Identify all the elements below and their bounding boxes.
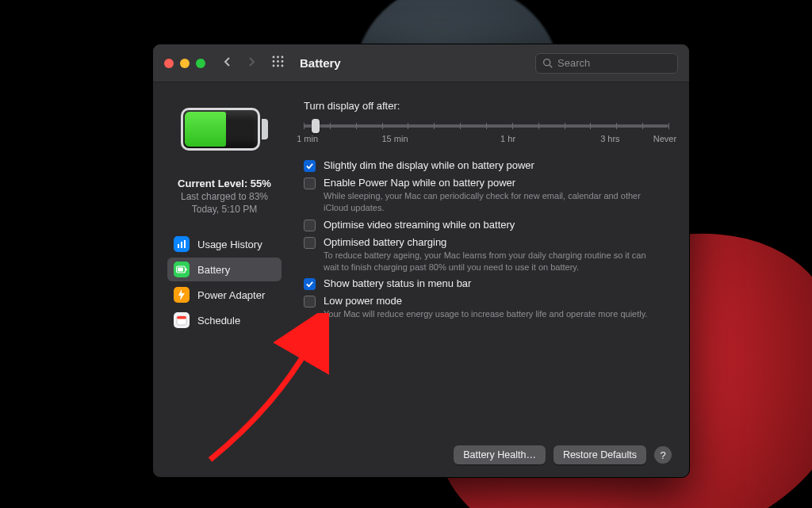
checkbox-lowpower[interactable] <box>304 296 316 307</box>
option-dim: Slightly dim the display while on batter… <box>304 159 668 172</box>
svg-rect-11 <box>178 244 179 248</box>
svg-point-1 <box>277 56 279 59</box>
svg-point-6 <box>273 65 275 67</box>
display-off-slider[interactable]: 1 min 15 min 1 hr 3 hrs Never <box>304 120 668 155</box>
svg-rect-18 <box>177 316 186 319</box>
option-description: Your Mac will reduce energy usage to inc… <box>324 308 647 320</box>
option-title: Low power mode <box>324 295 647 307</box>
svg-point-7 <box>277 65 279 67</box>
window-titlebar: Battery Search <box>153 44 689 82</box>
slider-tick-label: 15 min <box>381 134 408 143</box>
show-all-preferences-button[interactable] <box>272 55 284 71</box>
option-title: Show battery status in menu bar <box>324 277 471 289</box>
option-lowpower: Low power modeYour Mac will reduce energ… <box>304 295 668 320</box>
svg-point-4 <box>277 60 279 63</box>
search-icon <box>542 58 553 68</box>
chart-icon <box>174 236 190 252</box>
option-optchg: Optimised battery chargingTo reduce batt… <box>304 236 668 273</box>
slider-tick-label: Never <box>653 134 676 143</box>
battery-level-illustration <box>181 108 268 151</box>
search-placeholder: Search <box>557 57 590 69</box>
slider-tick-label: 1 min <box>297 134 318 143</box>
sidebar-item-schedule[interactable]: Schedule <box>167 308 282 332</box>
checkbox-menubar[interactable] <box>304 278 316 290</box>
forward-button[interactable] <box>247 56 256 71</box>
option-video: Optimise video streaming while on batter… <box>304 219 668 231</box>
checkbox-optchg[interactable] <box>304 237 316 249</box>
bolt-icon <box>174 287 190 303</box>
window-traffic-lights <box>164 59 205 68</box>
svg-rect-13 <box>184 240 186 248</box>
battery-preferences-window: Battery Search Current Level: 55% Last c… <box>152 44 690 478</box>
option-title: Optimised battery charging <box>324 236 657 248</box>
battery-icon <box>174 262 190 277</box>
option-powernap: Enable Power Nap while on battery powerW… <box>304 177 668 214</box>
checkbox-dim[interactable] <box>304 160 316 172</box>
sidebar-item-battery[interactable]: Battery <box>167 258 282 281</box>
last-charged-time: Today, 5:10 PM <box>178 204 271 215</box>
option-menubar: Show battery status in menu bar <box>304 277 668 290</box>
sidebar-item-label: Usage History <box>197 239 262 250</box>
option-description: To reduce battery ageing, your Mac learn… <box>324 250 657 273</box>
window-title: Battery <box>300 56 341 70</box>
main-panel: Turn display off after: 1 min 15 min 1 h… <box>291 82 689 477</box>
svg-line-10 <box>550 65 552 67</box>
option-title: Enable Power Nap while on battery power <box>324 177 657 189</box>
sidebar: Current Level: 55% Last charged to 83% T… <box>153 82 291 477</box>
slider-tick-label: 3 hrs <box>600 134 619 143</box>
last-charged-label: Last charged to 83% <box>178 191 271 202</box>
minimize-window-button[interactable] <box>180 59 190 68</box>
sidebar-item-usage-history[interactable]: Usage History <box>167 232 282 256</box>
back-button[interactable] <box>223 56 232 71</box>
sidebar-item-label: Schedule <box>197 315 240 327</box>
option-title: Optimise video streaming while on batter… <box>324 219 515 231</box>
svg-point-9 <box>544 59 550 66</box>
close-window-button[interactable] <box>164 59 174 68</box>
slider-tick-label: 1 hr <box>500 134 515 143</box>
restore-defaults-button[interactable]: Restore Defaults <box>553 445 646 464</box>
sidebar-menu: Usage History Battery Power Adapter <box>167 232 282 332</box>
svg-point-5 <box>282 60 284 63</box>
checkbox-powernap[interactable] <box>304 178 316 189</box>
svg-rect-15 <box>186 268 186 271</box>
calendar-icon <box>174 312 190 328</box>
slider-thumb[interactable] <box>312 119 320 133</box>
help-button[interactable]: ? <box>654 446 672 464</box>
zoom-window-button[interactable] <box>196 59 205 68</box>
option-title: Slightly dim the display while on batter… <box>324 159 534 171</box>
svg-point-0 <box>273 56 275 59</box>
svg-point-3 <box>273 60 275 63</box>
sidebar-item-power-adapter[interactable]: Power Adapter <box>167 283 282 307</box>
search-field[interactable]: Search <box>535 53 678 74</box>
checkbox-video[interactable] <box>304 220 316 231</box>
svg-rect-12 <box>181 242 182 248</box>
svg-point-8 <box>282 65 284 67</box>
option-description: While sleeping, your Mac can periodicall… <box>324 190 657 214</box>
sidebar-item-label: Battery <box>197 264 230 276</box>
battery-health-button[interactable]: Battery Health… <box>454 445 546 464</box>
display-off-label: Turn display off after: <box>304 100 668 112</box>
svg-point-2 <box>282 56 284 59</box>
sidebar-item-label: Power Adapter <box>197 289 265 301</box>
svg-rect-16 <box>178 268 183 272</box>
current-level-label: Current Level: 55% <box>178 178 271 189</box>
